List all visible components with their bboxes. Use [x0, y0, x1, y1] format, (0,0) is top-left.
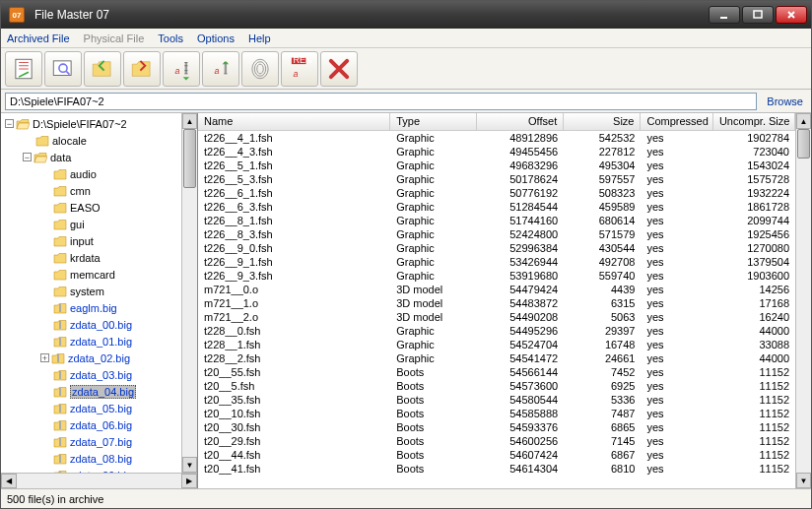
tree-node[interactable]: zdata_01.big	[1, 333, 181, 350]
zip-icon	[53, 470, 67, 474]
tree-node[interactable]: −D:\Spiele\FIFA07~2	[1, 115, 181, 132]
svg-rect-21	[59, 438, 61, 446]
collapse-icon[interactable]: −	[5, 119, 14, 128]
svg-text:a: a	[294, 69, 299, 79]
cell: 1270080	[713, 242, 795, 254]
tree-node[interactable]: eaglm.big	[1, 299, 181, 316]
svg-rect-14	[59, 321, 61, 329]
column-header[interactable]: Offset	[477, 113, 564, 130]
list-row[interactable]: m721__2.o3D model544902085063yes16240	[198, 310, 795, 324]
delete-icon[interactable]	[320, 51, 358, 87]
scroll-down-icon[interactable]: ▼	[796, 473, 811, 488]
tree-node[interactable]: EASO	[1, 199, 181, 216]
tree-node[interactable]: zdata_06.big	[1, 416, 181, 433]
list-row[interactable]: t20__41.fshBoots546143046810yes11152	[198, 462, 795, 476]
tree-node[interactable]: −data	[1, 149, 181, 165]
tree-node[interactable]: audio	[1, 165, 181, 182]
export-folder-icon[interactable]	[123, 51, 161, 87]
decompress-text-icon[interactable]: a	[202, 51, 239, 87]
list-body[interactable]: t226__4_1.fshGraphic48912896542532yes190…	[198, 131, 795, 488]
list-row[interactable]: t20__55.fshBoots545661447452yes11152	[198, 365, 795, 379]
minimize-button[interactable]	[709, 6, 740, 24]
path-input[interactable]	[5, 93, 757, 110]
list-row[interactable]: t226__4_3.fshGraphic49455456227812yes723…	[198, 145, 795, 159]
list-row[interactable]: t226__5_3.fshGraphic50178624597557yes157…	[198, 172, 795, 186]
tree-node[interactable]: +zdata_02.big	[1, 350, 181, 366]
list-row[interactable]: t226__9_0.fshGraphic52996384430544yes127…	[198, 241, 795, 255]
close-button[interactable]	[776, 6, 807, 24]
tree-node[interactable]: alocale	[1, 132, 181, 149]
tree-node[interactable]: zdata_09.big	[1, 467, 181, 473]
list-row[interactable]: t226__8_1.fshGraphic51744160680614yes209…	[198, 214, 795, 227]
list-row[interactable]: m721__0.o3D model544794244439yes14256	[198, 283, 795, 296]
menu-physical-file[interactable]: Physical File	[84, 32, 145, 44]
cell: t226__4_3.fsh	[198, 146, 390, 158]
menu-options[interactable]: Options	[197, 32, 235, 44]
fingerprint-icon[interactable]	[241, 51, 279, 87]
tree-node[interactable]: krdata	[1, 249, 181, 266]
list-row[interactable]: m721__1.o3D model544838726315yes17168	[198, 296, 795, 310]
scroll-left-icon[interactable]: ◀	[1, 474, 17, 488]
cell: 33088	[713, 339, 795, 350]
tree-node[interactable]: memcard	[1, 266, 181, 283]
list-row[interactable]: t20__44.fshBoots546074246867yes11152	[198, 448, 795, 462]
menu-tools[interactable]: Tools	[158, 32, 183, 44]
search-icon[interactable]	[44, 51, 82, 87]
browse-button[interactable]: Browse	[763, 95, 807, 107]
compress-text-icon[interactable]: a	[163, 51, 200, 87]
menu-archived-file[interactable]: Archived File	[7, 32, 70, 44]
tree-node[interactable]: input	[1, 232, 181, 249]
tree-hscroll[interactable]: ◀ ▶	[1, 473, 197, 488]
column-header[interactable]: Type	[390, 113, 477, 130]
list-row[interactable]: t226__8_3.fshGraphic52424800571579yes192…	[198, 227, 795, 241]
list-row[interactable]: t20__35.fshBoots545805445336yes11152	[198, 393, 795, 407]
app-window: 07 File Master 07 Archived File Physical…	[0, 0, 812, 509]
extract-icon[interactable]	[5, 51, 42, 87]
column-header[interactable]: Uncompr. Size	[713, 113, 795, 130]
import-folder-icon[interactable]	[84, 51, 121, 87]
scroll-up-icon[interactable]: ▲	[796, 113, 811, 129]
tree-node[interactable]: zdata_07.big	[1, 433, 181, 450]
tree-label: zdata_00.big	[70, 319, 132, 331]
tree-vscroll[interactable]: ▲ ▼	[181, 113, 197, 473]
rename-icon[interactable]: RENa	[281, 51, 318, 87]
list-row[interactable]: t226__5_1.fshGraphic49683296495304yes154…	[198, 159, 795, 172]
tree-node[interactable]: system	[1, 283, 181, 299]
tree-node[interactable]: zdata_00.big	[1, 316, 181, 333]
cell: yes	[641, 380, 712, 392]
column-header[interactable]: Size	[564, 113, 641, 130]
menu-help[interactable]: Help	[248, 32, 271, 44]
tree-node[interactable]: gui	[1, 216, 181, 232]
tree-node[interactable]: zdata_08.big	[1, 450, 181, 467]
list-row[interactable]: t228__0.fshGraphic5449529629397yes44000	[198, 324, 795, 338]
list-row[interactable]: t226__4_1.fshGraphic48912896542532yes190…	[198, 131, 795, 145]
list-row[interactable]: t226__9_3.fshGraphic53919680559740yes190…	[198, 269, 795, 283]
column-header[interactable]: Name	[198, 113, 390, 130]
scroll-right-icon[interactable]: ▶	[181, 474, 197, 488]
tree-node[interactable]: zdata_04.big	[1, 383, 181, 400]
list-row[interactable]: t20__5.fshBoots545736006925yes11152	[198, 379, 795, 393]
tree-node[interactable]: zdata_03.big	[1, 366, 181, 383]
list-vscroll[interactable]: ▲ ▼	[795, 113, 811, 488]
tree-label: krdata	[70, 252, 101, 264]
tree-label: system	[70, 286, 104, 297]
list-row[interactable]: t228__1.fshGraphic5452470416748yes33088	[198, 338, 795, 351]
cell: yes	[641, 146, 712, 158]
tree-node[interactable]: zdata_05.big	[1, 400, 181, 416]
list-row[interactable]: t226__6_1.fshGraphic50776192508323yes193…	[198, 186, 795, 200]
expand-icon[interactable]: +	[40, 353, 49, 362]
collapse-icon[interactable]: −	[23, 153, 32, 161]
maximize-button[interactable]	[742, 6, 774, 24]
list-row[interactable]: t20__29.fshBoots546002567145yes11152	[198, 434, 795, 448]
scroll-down-icon[interactable]: ▼	[182, 457, 197, 473]
list-row[interactable]: t20__10.fshBoots545858887487yes11152	[198, 407, 795, 420]
scroll-up-icon[interactable]: ▲	[182, 113, 197, 129]
list-row[interactable]: t20__30.fshBoots545933766865yes11152	[198, 420, 795, 434]
list-row[interactable]: t226__6_3.fshGraphic51284544459589yes186…	[198, 200, 795, 214]
list-row[interactable]: t228__2.fshGraphic5454147224661yes44000	[198, 351, 795, 365]
tree-node[interactable]: cmn	[1, 182, 181, 199]
folder-icon	[53, 235, 67, 247]
column-header[interactable]: Compressed	[641, 113, 712, 130]
list-row[interactable]: t226__9_1.fshGraphic53426944492708yes137…	[198, 255, 795, 269]
tree-spacer	[40, 185, 51, 196]
